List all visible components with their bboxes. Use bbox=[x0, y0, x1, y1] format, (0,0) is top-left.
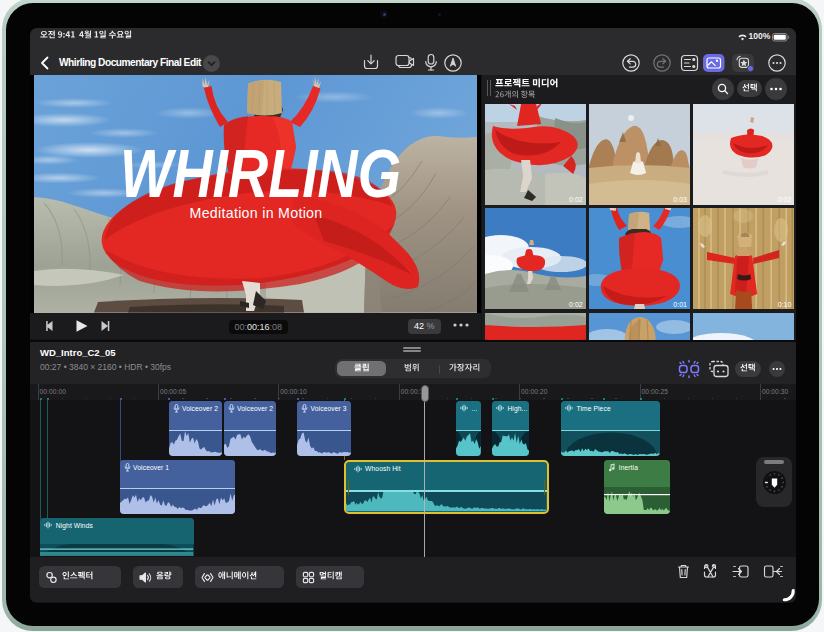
svg-text:WHIRLING: WHIRLING bbox=[120, 134, 401, 210]
svg-text:Meditation in Motion: Meditation in Motion bbox=[190, 205, 323, 221]
